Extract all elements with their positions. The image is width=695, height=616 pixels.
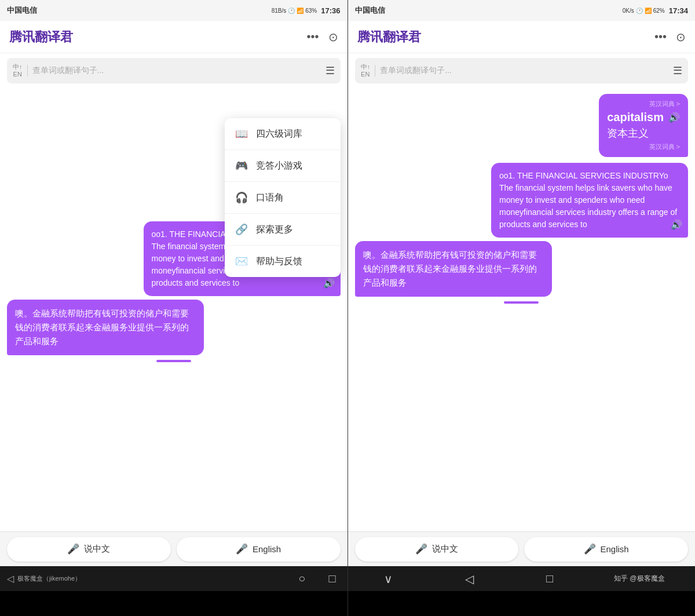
status-bar-right: 中国电信 0K/s 🕐 📶 62% 17:34 [348,0,696,21]
target-icon-right[interactable]: ⊙ [676,30,686,44]
wifi-icon-left: 📶 [297,8,303,14]
clock-icon-right: 🕐 [636,8,643,14]
english-voice-btn-left[interactable]: 🎤 English [177,537,341,562]
dropdown-item-2[interactable]: 🎧 口语角 [225,182,341,214]
time-right: 17:34 [669,6,688,15]
chinese-btn-label-left: 说中文 [84,544,110,555]
chinese-btn-label-right: 说中文 [432,544,458,555]
dict-word: capitalism 🔊 [607,111,680,124]
more-icon-left[interactable]: ••• [306,30,319,43]
left-screen: 中国电信 81B/s 🕐 📶 63% 17:36 腾讯翻译君 ••• ⊙ 中↑ … [0,0,348,591]
scroll-hint-right [504,301,539,304]
bottom-bar-left: 🎤 说中文 🎤 English [0,531,348,566]
nav-bar-left: ◁ 极客魔盒（jikemohe） ○ □ [0,566,348,591]
dropdown-item-3[interactable]: 🔗 探索更多 [225,214,341,246]
dict-card-right: 英汉词典 > capitalism 🔊 资本主义 英汉词典 > [599,94,688,157]
dropdown-label-1: 竞答小游戏 [256,160,302,172]
scroll-hint-left [156,360,191,362]
mic-icon-chinese-left: 🎤 [67,543,79,555]
dict-link-bottom[interactable]: 英汉词典 > [607,143,680,151]
dropdown-label-4: 帮助与反馈 [256,256,302,268]
bubble-container-right: oo1. THE FINANCIAL SERVICES INDUSTRYo Th… [355,163,689,304]
mic-icon-english-right: 🎤 [584,543,596,555]
dict-translation: 资本主义 [607,126,680,140]
dropdown-item-4[interactable]: ✉️ 帮助与反馈 [225,246,341,277]
back-nav-icon-left: ◁ [7,573,14,584]
menu-icon-left[interactable]: ☰ [325,64,335,77]
chinese-voice-btn-right[interactable]: 🎤 说中文 [355,537,519,562]
dropdown-label-0: 四六级词库 [256,128,302,140]
back-btn-right[interactable]: ◁ [453,568,485,589]
bubble-english-right: oo1. THE FINANCIAL SERVICES INDUSTRYo Th… [491,163,688,238]
recent-btn-right[interactable]: □ [535,568,565,589]
search-bar-right[interactable]: 中↑ EN 查单词或翻译句子... ☰ [355,58,689,83]
status-icons-right: 0K/s 🕐 📶 62% 17:34 [623,6,688,15]
battery-left: 63% [305,8,317,14]
nav-bar-right: ∨ ◁ □ 知乎 @极客魔盒 [348,566,696,591]
right-screen: 中国电信 0K/s 🕐 📶 62% 17:34 腾讯翻译君 ••• ⊙ 中↑ E… [348,0,696,591]
mic-icon-english-left: 🎤 [236,543,248,555]
status-bar-left: 中国电信 81B/s 🕐 📶 63% 17:36 [0,0,348,21]
speed-left: 81B/s [272,8,287,14]
book-icon: 📖 [234,126,249,141]
lang-indicator-right: 中↑ EN [361,63,371,78]
chat-area-left: 📖 四六级词库 🎮 竞答小游戏 🎧 口语角 🔗 探索更多 ✉️ 帮助 [0,88,348,531]
nav-label-right: 知乎 @极客魔盒 [614,574,671,584]
app-title-left: 腾讯翻译君 [9,28,306,46]
speed-right: 0K/s [623,8,634,14]
bubble-chinese-right: 噢。金融系统帮助把有钱可投资的储户和需要钱的消费者联系起来金融服务业提供一系列的… [355,241,552,297]
dropdown-item-1[interactable]: 🎮 竞答小游戏 [225,150,341,182]
dropdown-menu-left[interactable]: 📖 四六级词库 🎮 竞答小游戏 🎧 口语角 🔗 探索更多 ✉️ 帮助 [225,118,341,277]
dropdown-label-3: 探索更多 [256,224,293,236]
app-title-right: 腾讯翻译君 [357,28,654,46]
menu-icon-right[interactable]: ☰ [673,64,682,77]
game-icon: 🎮 [234,158,249,173]
more-icon-right[interactable]: ••• [654,30,667,43]
home-btn-left[interactable]: ○ [287,568,317,589]
search-placeholder-left: 查单词或翻译句子... [32,65,321,76]
target-icon-left[interactable]: ⊙ [328,30,338,44]
search-divider-left [27,65,28,76]
headphone-icon: 🎧 [234,190,249,205]
dict-sound-icon[interactable]: 🔊 [668,112,680,123]
search-bar-left[interactable]: 中↑ EN 查单词或翻译句子... ☰ [7,58,341,83]
mail-icon: ✉️ [234,254,249,269]
clock-icon-left: 🕐 [288,8,295,14]
english-voice-btn-right[interactable]: 🎤 English [524,537,688,562]
chinese-voice-btn-left[interactable]: 🎤 说中文 [7,537,171,562]
header-icons-right: ••• ⊙ [654,30,686,44]
search-placeholder-right: 查单词或翻译句子... [380,65,668,76]
down-btn-right[interactable]: ∨ [372,568,404,589]
dropdown-item-0[interactable]: 📖 四六级词库 [225,118,341,150]
dropdown-label-2: 口语角 [256,192,284,204]
recent-btn-left[interactable]: □ [317,568,347,589]
nav-label-text-left: 极客魔盒（jikemohe） [17,574,81,583]
time-left: 17:36 [321,6,340,15]
chat-area-right: 英汉词典 > capitalism 🔊 资本主义 英汉词典 > oo1. THE… [348,88,696,531]
mic-icon-chinese-right: 🎤 [415,543,427,555]
wifi-icon-right: 📶 [645,8,652,14]
lang-indicator-left: 中↑ EN [13,63,23,78]
header-icons-left: ••• ⊙ [306,30,338,44]
explore-icon: 🔗 [234,222,249,237]
battery-right: 62% [653,8,665,14]
nav-label-left: ◁ 极客魔盒（jikemohe） [0,573,287,584]
english-btn-label-right: English [601,544,629,554]
search-divider-right [375,65,375,76]
app-header-right: 腾讯翻译君 ••• ⊙ [348,21,696,53]
carrier-left: 中国电信 [7,5,37,16]
status-icons-left: 81B/s 🕐 📶 63% 17:36 [272,6,341,15]
dict-link-top[interactable]: 英汉词典 > [607,100,680,108]
bottom-bar-right: 🎤 说中文 🎤 English [348,531,696,566]
bubble-chinese-left: 噢。金融系统帮助把有钱可投资的储户和需要钱的消费者联系起来金融服务业提供一系列的… [7,300,204,355]
sound-icon-left[interactable]: 🔊 [323,276,335,290]
app-header-left: 腾讯翻译君 ••• ⊙ [0,21,348,53]
carrier-right: 中国电信 [355,5,385,16]
english-btn-label-left: English [253,544,281,554]
sound-icon-right[interactable]: 🔊 [671,218,682,232]
